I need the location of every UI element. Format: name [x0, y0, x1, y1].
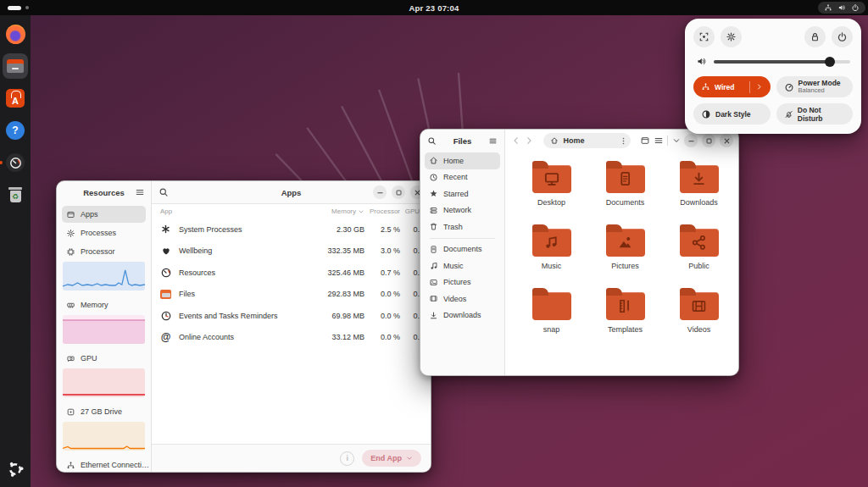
lock-button[interactable] [804, 26, 826, 47]
folder-label: Documents [606, 198, 645, 207]
sidebar-item-videos[interactable]: Videos [425, 291, 500, 307]
column-app[interactable]: App [160, 208, 309, 215]
view-grid-icon[interactable] [639, 134, 651, 148]
table-row[interactable]: @ Online Accounts 33.12 MB 0.0 % 0. [152, 327, 431, 349]
folder-icon [532, 292, 571, 320]
dock-item-trash[interactable]: ♻ [3, 182, 28, 208]
resources-sidebar-item-gpu[interactable]: GPU [62, 350, 146, 367]
power-mode-toggle[interactable]: Power Mode Balanced [776, 76, 854, 97]
sidebar-item-starred[interactable]: Starred [425, 185, 500, 202]
sidebar-item-downloads[interactable]: Downloads [425, 307, 500, 324]
document-glyph-icon [616, 170, 634, 188]
files-sidebar-header: Files [420, 130, 504, 152]
wired-toggle[interactable]: Wired [693, 76, 771, 97]
view-options-chevron-icon[interactable] [670, 134, 682, 148]
table-row[interactable]: Files 292.83 MB 0.0 % 0. [152, 284, 431, 306]
speaker-icon[interactable] [696, 56, 707, 67]
table-row[interactable]: System Processes 2.30 GB 2.5 % 0. [152, 219, 431, 241]
sidebar-item-label: Ethernet Connecti… [81, 461, 149, 469]
minimize-button[interactable] [373, 185, 387, 199]
table-row[interactable]: Wellbeing 332.35 MB 3.0 % 0. [152, 241, 431, 263]
path-bar[interactable]: Home [543, 133, 631, 148]
folder-icon [606, 292, 645, 320]
power-button[interactable] [832, 26, 853, 47]
screenshot-button[interactable] [693, 26, 715, 47]
chevron-right-icon[interactable] [755, 83, 763, 91]
resources-sidebar-item-ethernet[interactable]: Ethernet Connecti… [62, 457, 146, 472]
folder-videos[interactable]: Videos [662, 286, 736, 350]
wired-label: Wired [715, 83, 735, 91]
folder-icon [680, 165, 719, 193]
contrast-icon [701, 109, 711, 119]
workspace-indicator[interactable] [8, 0, 29, 15]
dock-item-resources[interactable] [3, 150, 28, 175]
clock[interactable]: Apr 23 07:04 [409, 0, 459, 15]
folder-desktop[interactable]: Desktop [515, 159, 588, 223]
workspace-dot[interactable] [25, 6, 29, 9]
current-location-label: Home [563, 136, 584, 145]
table-row[interactable]: Events and Tasks Reminders 69.98 MB 0.0 … [152, 305, 431, 327]
dock-item-firefox[interactable] [3, 21, 28, 47]
volume-slider[interactable] [714, 60, 850, 64]
settings-button[interactable] [721, 26, 742, 47]
menu-icon[interactable] [135, 187, 145, 197]
resources-sidebar-item-processes[interactable]: Processes [62, 224, 146, 241]
back-button[interactable] [510, 134, 521, 147]
sidebar-item-music[interactable]: Music [425, 257, 500, 274]
search-icon[interactable] [427, 136, 437, 146]
folder-downloads[interactable]: Downloads [662, 159, 736, 223]
dock-item-help[interactable]: ? [3, 118, 28, 143]
do-not-disturb-toggle[interactable]: Do Not Disturb [776, 103, 854, 125]
resources-sidebar-item-apps[interactable]: Apps [62, 206, 146, 223]
gpu-mini-chart [63, 368, 145, 397]
top-bar: Apr 23 07:04 [0, 0, 868, 15]
column-processor[interactable]: Processor [364, 208, 400, 215]
sidebar-item-network[interactable]: Network [425, 202, 500, 219]
folder-label: Videos [687, 325, 710, 334]
folder-public[interactable]: Public [662, 223, 736, 286]
processor-value: 0.0 % [364, 290, 400, 298]
folder-pictures[interactable]: Pictures [588, 223, 662, 286]
folder-icon [680, 292, 719, 320]
table-row[interactable]: Resources 325.46 MB 0.7 % 0. [152, 262, 431, 284]
processor-value: 2.5 % [364, 225, 400, 234]
sidebar-item-pictures[interactable]: Pictures [425, 274, 500, 291]
search-icon[interactable] [159, 187, 169, 197]
dark-style-toggle[interactable]: Dark Style [693, 103, 771, 125]
dock-item-files[interactable] [3, 53, 28, 79]
maximize-button[interactable] [702, 134, 715, 147]
dock-item-show-apps[interactable] [3, 457, 28, 482]
resources-sidebar-item-memory[interactable]: Memory [62, 296, 146, 313]
forward-button[interactable] [523, 134, 534, 147]
volume-slider-knob[interactable] [825, 57, 835, 67]
system-tray[interactable] [818, 2, 865, 14]
sidebar-item-label: 27 GB Drive [81, 407, 122, 416]
folder-documents[interactable]: Documents [588, 159, 662, 223]
folder-music[interactable]: Music [515, 223, 588, 286]
info-icon[interactable]: i [340, 451, 354, 466]
menu-icon[interactable] [488, 136, 498, 146]
music-note-icon [429, 261, 438, 270]
maximize-button[interactable] [392, 185, 405, 199]
film-glyph-icon [690, 297, 708, 315]
resources-sidebar-item-drive[interactable]: 27 GB Drive [62, 403, 146, 420]
memory-value: 292.83 MB [309, 290, 364, 298]
folder-templates[interactable]: Templates [588, 286, 662, 350]
dock-item-app-center[interactable]: A [3, 86, 28, 111]
apps-table: System Processes 2.30 GB 2.5 % 0. Wellbe… [152, 219, 431, 444]
sidebar-item-recent[interactable]: Recent [425, 169, 500, 186]
close-button[interactable] [720, 134, 733, 147]
bell-slash-icon [784, 109, 793, 119]
sidebar-item-trash[interactable]: Trash [425, 219, 500, 235]
folder-snap[interactable]: snap [515, 286, 588, 350]
list-view-icon[interactable] [653, 134, 665, 148]
column-memory[interactable]: Memory [309, 208, 364, 215]
minimize-button[interactable] [684, 134, 698, 147]
sidebar-item-label: Trash [443, 223, 463, 231]
resources-sidebar-item-processor[interactable]: Processor [62, 243, 146, 260]
end-app-button[interactable]: End App [362, 450, 421, 467]
kebab-menu-icon[interactable] [619, 136, 628, 146]
sidebar-item-documents[interactable]: Documents [425, 241, 500, 258]
workspace-active-pill[interactable] [8, 6, 21, 10]
sidebar-item-home[interactable]: Home [425, 152, 500, 169]
